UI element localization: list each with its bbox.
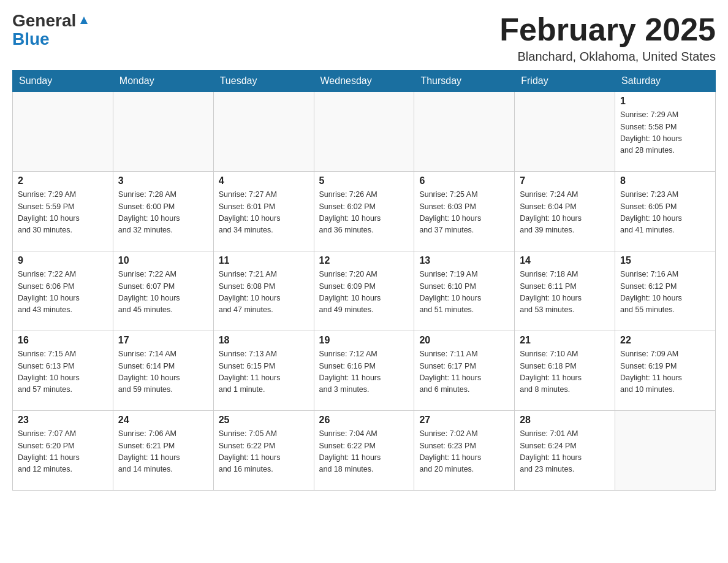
day-number: 18 — [219, 335, 309, 346]
calendar-cell: 11Sunrise: 7:21 AMSunset: 6:08 PMDayligh… — [213, 251, 314, 331]
calendar-cell — [213, 92, 314, 172]
col-thursday: Thursday — [414, 71, 515, 92]
day-number: 28 — [520, 415, 610, 426]
col-sunday: Sunday — [13, 71, 113, 92]
day-number: 7 — [520, 175, 610, 186]
calendar-cell: 5Sunrise: 7:26 AMSunset: 6:02 PMDaylight… — [314, 172, 414, 251]
day-number: 27 — [419, 415, 509, 426]
calendar-week-4: 16Sunrise: 7:15 AMSunset: 6:13 PMDayligh… — [13, 331, 716, 411]
calendar-week-2: 2Sunrise: 7:29 AMSunset: 5:59 PMDaylight… — [13, 172, 716, 251]
title-block: February 2025 Blanchard, Oklahoma, Unite… — [499, 12, 716, 64]
calendar-week-5: 23Sunrise: 7:07 AMSunset: 6:20 PMDayligh… — [13, 411, 716, 491]
day-info: Sunrise: 7:04 AMSunset: 6:22 PMDaylight:… — [319, 428, 409, 476]
location: Blanchard, Oklahoma, United States — [499, 50, 716, 64]
day-info: Sunrise: 7:01 AMSunset: 6:24 PMDaylight:… — [520, 428, 610, 476]
day-info: Sunrise: 7:14 AMSunset: 6:14 PMDaylight:… — [118, 348, 208, 396]
day-info: Sunrise: 7:12 AMSunset: 6:16 PMDaylight:… — [319, 348, 409, 396]
calendar-cell: 1Sunrise: 7:29 AMSunset: 5:58 PMDaylight… — [615, 92, 716, 172]
day-number: 23 — [18, 415, 108, 426]
calendar-week-3: 9Sunrise: 7:22 AMSunset: 6:06 PMDaylight… — [13, 251, 716, 331]
day-info: Sunrise: 7:21 AMSunset: 6:08 PMDaylight:… — [219, 269, 309, 316]
day-info: Sunrise: 7:02 AMSunset: 6:23 PMDaylight:… — [419, 428, 509, 476]
day-number: 2 — [18, 175, 108, 186]
calendar-cell: 18Sunrise: 7:13 AMSunset: 6:15 PMDayligh… — [213, 331, 314, 411]
day-number: 19 — [319, 335, 409, 346]
calendar-cell: 25Sunrise: 7:05 AMSunset: 6:22 PMDayligh… — [213, 411, 314, 491]
day-number: 13 — [419, 255, 509, 266]
day-info: Sunrise: 7:05 AMSunset: 6:22 PMDaylight:… — [219, 428, 309, 476]
calendar-cell: 7Sunrise: 7:24 AMSunset: 6:04 PMDaylight… — [515, 172, 615, 251]
day-info: Sunrise: 7:25 AMSunset: 6:03 PMDaylight:… — [419, 189, 509, 237]
day-number: 22 — [620, 335, 710, 346]
day-info: Sunrise: 7:15 AMSunset: 6:13 PMDaylight:… — [18, 348, 108, 396]
day-info: Sunrise: 7:06 AMSunset: 6:21 PMDaylight:… — [118, 428, 208, 476]
day-number: 14 — [520, 255, 610, 266]
day-number: 25 — [219, 415, 309, 426]
day-info: Sunrise: 7:28 AMSunset: 6:00 PMDaylight:… — [118, 189, 208, 237]
calendar-cell — [314, 92, 414, 172]
day-info: Sunrise: 7:09 AMSunset: 6:19 PMDaylight:… — [620, 348, 710, 396]
day-number: 5 — [319, 175, 409, 186]
day-info: Sunrise: 7:18 AMSunset: 6:11 PMDaylight:… — [520, 269, 610, 316]
day-number: 3 — [118, 175, 208, 186]
col-tuesday: Tuesday — [213, 71, 314, 92]
day-number: 8 — [620, 175, 710, 186]
calendar-cell: 8Sunrise: 7:23 AMSunset: 6:05 PMDaylight… — [615, 172, 716, 251]
col-saturday: Saturday — [615, 71, 716, 92]
day-number: 10 — [118, 255, 208, 266]
day-info: Sunrise: 7:29 AMSunset: 5:59 PMDaylight:… — [18, 189, 108, 237]
calendar-cell: 22Sunrise: 7:09 AMSunset: 6:19 PMDayligh… — [615, 331, 716, 411]
logo-icon — [77, 13, 91, 26]
day-info: Sunrise: 7:24 AMSunset: 6:04 PMDaylight:… — [520, 189, 610, 237]
day-number: 24 — [118, 415, 208, 426]
day-info: Sunrise: 7:29 AMSunset: 5:58 PMDaylight:… — [620, 109, 710, 157]
day-number: 20 — [419, 335, 509, 346]
calendar-cell — [615, 411, 716, 491]
calendar-cell: 6Sunrise: 7:25 AMSunset: 6:03 PMDaylight… — [414, 172, 515, 251]
col-wednesday: Wednesday — [314, 71, 414, 92]
calendar-cell: 17Sunrise: 7:14 AMSunset: 6:14 PMDayligh… — [113, 331, 213, 411]
calendar-cell: 26Sunrise: 7:04 AMSunset: 6:22 PMDayligh… — [314, 411, 414, 491]
calendar-cell: 20Sunrise: 7:11 AMSunset: 6:17 PMDayligh… — [414, 331, 515, 411]
day-number: 12 — [319, 255, 409, 266]
calendar-cell: 10Sunrise: 7:22 AMSunset: 6:07 PMDayligh… — [113, 251, 213, 331]
day-number: 15 — [620, 255, 710, 266]
day-info: Sunrise: 7:16 AMSunset: 6:12 PMDaylight:… — [620, 269, 710, 316]
day-info: Sunrise: 7:13 AMSunset: 6:15 PMDaylight:… — [219, 348, 309, 396]
calendar-cell: 16Sunrise: 7:15 AMSunset: 6:13 PMDayligh… — [13, 331, 113, 411]
day-info: Sunrise: 7:26 AMSunset: 6:02 PMDaylight:… — [319, 189, 409, 237]
day-number: 16 — [18, 335, 108, 346]
calendar-cell: 13Sunrise: 7:19 AMSunset: 6:10 PMDayligh… — [414, 251, 515, 331]
day-number: 21 — [520, 335, 610, 346]
logo: General Blue — [12, 12, 91, 49]
day-info: Sunrise: 7:27 AMSunset: 6:01 PMDaylight:… — [219, 189, 309, 237]
day-number: 9 — [18, 255, 108, 266]
day-number: 17 — [118, 335, 208, 346]
day-info: Sunrise: 7:19 AMSunset: 6:10 PMDaylight:… — [419, 269, 509, 316]
logo-general: General — [12, 12, 76, 29]
month-title: February 2025 — [499, 12, 716, 47]
calendar-cell: 23Sunrise: 7:07 AMSunset: 6:20 PMDayligh… — [13, 411, 113, 491]
calendar-header: Sunday Monday Tuesday Wednesday Thursday… — [13, 71, 716, 92]
col-monday: Monday — [113, 71, 213, 92]
day-info: Sunrise: 7:22 AMSunset: 6:06 PMDaylight:… — [18, 269, 108, 316]
day-info: Sunrise: 7:20 AMSunset: 6:09 PMDaylight:… — [319, 269, 409, 316]
calendar-cell: 21Sunrise: 7:10 AMSunset: 6:18 PMDayligh… — [515, 331, 615, 411]
calendar-cell — [515, 92, 615, 172]
calendar-cell — [113, 92, 213, 172]
calendar-cell: 28Sunrise: 7:01 AMSunset: 6:24 PMDayligh… — [515, 411, 615, 491]
calendar-cell: 9Sunrise: 7:22 AMSunset: 6:06 PMDaylight… — [13, 251, 113, 331]
calendar-cell: 24Sunrise: 7:06 AMSunset: 6:21 PMDayligh… — [113, 411, 213, 491]
page-header: General Blue February 2025 Blanchard, Ok… — [12, 12, 716, 64]
day-number: 4 — [219, 175, 309, 186]
calendar-cell: 4Sunrise: 7:27 AMSunset: 6:01 PMDaylight… — [213, 172, 314, 251]
calendar-cell: 19Sunrise: 7:12 AMSunset: 6:16 PMDayligh… — [314, 331, 414, 411]
calendar-cell — [414, 92, 515, 172]
day-info: Sunrise: 7:22 AMSunset: 6:07 PMDaylight:… — [118, 269, 208, 316]
day-number: 26 — [319, 415, 409, 426]
calendar-cell — [13, 92, 113, 172]
calendar-cell: 12Sunrise: 7:20 AMSunset: 6:09 PMDayligh… — [314, 251, 414, 331]
calendar-cell: 14Sunrise: 7:18 AMSunset: 6:11 PMDayligh… — [515, 251, 615, 331]
svg-marker-0 — [80, 17, 88, 24]
logo-blue: Blue — [12, 29, 50, 49]
